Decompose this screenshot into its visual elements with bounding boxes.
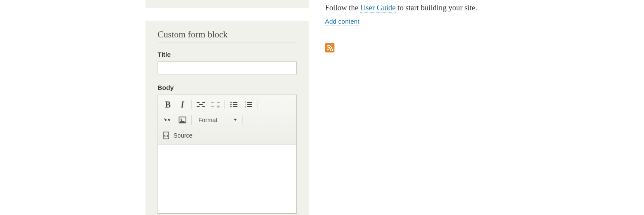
toolbar-separator: [191, 100, 192, 109]
svg-rect-14: [164, 132, 169, 139]
svg-point-2: [230, 106, 231, 107]
svg-rect-10: [247, 104, 252, 105]
link-icon: [197, 102, 205, 107]
svg-rect-11: [247, 106, 252, 107]
italic-icon: I: [181, 100, 184, 110]
body-editor-area[interactable]: [158, 144, 296, 213]
body-field-label: Body: [158, 84, 297, 91]
svg-rect-4: [233, 104, 237, 105]
source-button-label: Source: [173, 132, 192, 139]
toolbar-separator: [258, 100, 258, 109]
svg-point-1: [230, 104, 231, 105]
blockquote-icon: [164, 117, 172, 123]
svg-point-0: [230, 101, 231, 103]
unlink-icon: [211, 101, 220, 108]
italic-button[interactable]: I: [175, 97, 190, 112]
title-field-wrap: Title: [158, 51, 297, 74]
svg-rect-3: [233, 102, 237, 103]
toolbar-separator: [225, 100, 225, 109]
rss-glyph-icon: [327, 45, 333, 51]
source-button[interactable]: Source: [161, 128, 196, 143]
add-content-link[interactable]: Add content: [325, 18, 359, 25]
user-guide-link[interactable]: User Guide: [360, 3, 395, 12]
source-icon: [163, 132, 170, 139]
bold-icon: B: [165, 100, 170, 110]
image-icon: [179, 117, 186, 123]
svg-point-15: [327, 49, 329, 50]
title-input[interactable]: [158, 61, 297, 74]
block-title: Custom form block: [158, 29, 297, 40]
toolbar-row-3: Source: [161, 128, 294, 143]
editor-toolbar: B I: [158, 95, 296, 144]
format-dropdown[interactable]: Format: [194, 114, 241, 126]
title-field-label: Title: [158, 51, 297, 58]
toolbar-row-2: Format: [161, 112, 294, 128]
link-button[interactable]: [194, 97, 208, 112]
intro-text-prefix: Follow the: [325, 3, 360, 12]
svg-point-13: [180, 118, 182, 120]
svg-text:3: 3: [245, 105, 246, 108]
svg-rect-5: [233, 106, 237, 107]
block-title-rule: [158, 43, 297, 43]
numbered-list-icon: 1 2 3: [245, 101, 252, 108]
image-button[interactable]: [175, 113, 190, 127]
toolbar-row-1: B I: [161, 97, 294, 112]
format-dropdown-label: Format: [198, 117, 217, 123]
sidebar-block-previous: [146, 0, 309, 8]
bold-button[interactable]: B: [161, 97, 175, 112]
numbered-list-button[interactable]: 1 2 3: [241, 97, 256, 112]
intro-text-suffix: to start building your site.: [396, 3, 477, 12]
main-content: Follow the User Guide to start building …: [325, 3, 583, 52]
intro-paragraph: Follow the User Guide to start building …: [325, 3, 583, 13]
toolbar-separator: [191, 115, 192, 125]
svg-rect-9: [247, 102, 252, 103]
custom-form-block: Custom form block Title Body B I: [146, 21, 309, 215]
toolbar-separator: [243, 115, 243, 125]
body-editor: B I: [158, 95, 297, 214]
blockquote-button[interactable]: [161, 113, 175, 127]
chevron-down-icon: [234, 119, 237, 121]
body-field-wrap: Body B I: [158, 84, 297, 214]
bulleted-list-button[interactable]: [227, 97, 241, 112]
bulleted-list-icon: [230, 101, 238, 108]
rss-icon[interactable]: [325, 43, 334, 52]
unlink-button[interactable]: [208, 97, 223, 112]
